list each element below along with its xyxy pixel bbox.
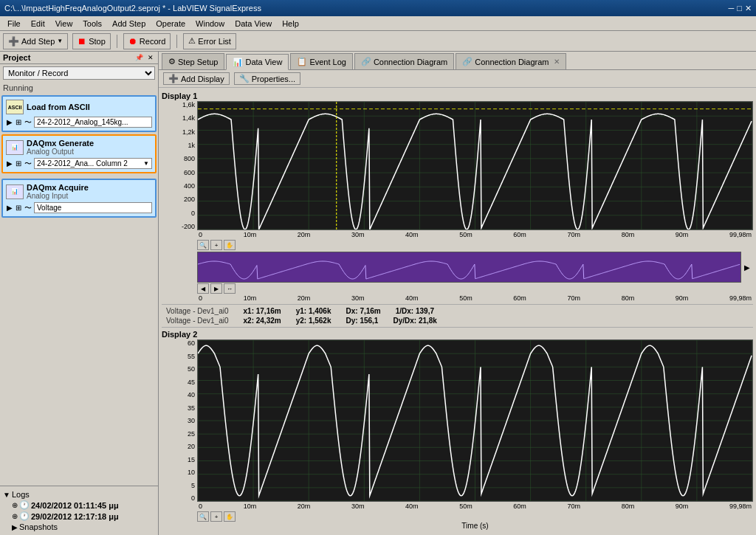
display1-label: Display 1 — [162, 91, 753, 101]
tab-step-setup[interactable]: ⚙ Step Setup — [162, 53, 224, 69]
minimap-scroll-btn[interactable]: ▶ — [741, 252, 753, 283]
step-setup-icon: ⚙ — [168, 57, 176, 66]
display2-label: Display 2 — [162, 329, 753, 339]
daqmx-gen-dropdown-icon[interactable]: ▼ — [143, 160, 149, 167]
add-display-icon: ➕ — [168, 74, 179, 83]
load-ascii-block: ASCII Load from ASCII ▶ ⊞ 〜 24-2-2012_An… — [1, 95, 157, 132]
tab-bar: ⚙ Step Setup 📊 Data View 📋 Event Log 🔗 C… — [159, 52, 756, 70]
add-display-button[interactable]: ➕ Add Display — [163, 72, 230, 85]
menu-operate[interactable]: Operate — [151, 18, 190, 29]
menu-add-step[interactable]: Add Step — [108, 18, 150, 29]
tab-close-btn[interactable]: ✕ — [554, 58, 560, 66]
d2-zoom-in-btn[interactable]: + — [210, 511, 222, 522]
project-pin-btn[interactable]: 📌 — [134, 54, 145, 61]
zoom-fit-btn[interactable]: 🔍 — [197, 240, 209, 250]
maximize-btn[interactable]: □ — [737, 4, 742, 13]
menu-view[interactable]: View — [51, 18, 78, 29]
menu-file[interactable]: File — [3, 18, 25, 29]
tab-connection-diagram-2[interactable]: 🔗 Connection Diagram ✕ — [456, 53, 566, 69]
daqmx-acquire-controls: ▶ ⊞ 〜 Voltage — [6, 202, 152, 213]
minimap-btn1[interactable]: ◀ — [197, 283, 209, 294]
meas-y2: y2: 1,562k — [296, 317, 331, 325]
log-1-icon: 🕐 — [19, 511, 30, 521]
display2-x-label: Time (s) — [197, 522, 753, 530]
error-list-label: Error List — [198, 37, 231, 46]
daqmx-acquire-info: DAQmx Acquire Analog Input — [27, 183, 89, 200]
project-close-btn[interactable]: ✕ — [146, 54, 155, 61]
data-view-label: Data View — [245, 58, 282, 66]
monitor-select[interactable]: Monitor / Record — [3, 66, 155, 80]
daqmx-gen-expand-btn[interactable]: ⊞ — [15, 159, 22, 168]
display1-chart[interactable] — [197, 101, 753, 230]
add-step-dropdown-icon: ▼ — [57, 38, 63, 44]
daqmx-generate-header: 📊 DAQmx Generate Analog Output — [6, 139, 152, 156]
daqmx-gen-wave-btn[interactable]: 〜 — [24, 159, 32, 169]
tab-connection-diagram-1[interactable]: 🔗 Connection Diagram — [354, 53, 454, 69]
load-ascii-wave-btn[interactable]: 〜 — [24, 117, 32, 128]
toolbar-separator2 — [176, 35, 177, 48]
menu-tools[interactable]: Tools — [78, 18, 106, 29]
display2-y-axis: 60 55 50 45 40 35 30 25 20 15 10 — [162, 339, 197, 502]
display1-x-axis: 0 10m 20m 30m 40m 50m 60m 70m 80m 90m 99 — [197, 230, 753, 239]
error-list-button[interactable]: ⚠ Error List — [183, 33, 236, 49]
load-ascii-play-btn[interactable]: ▶ — [6, 118, 13, 126]
project-controls: 📌 ✕ — [134, 54, 155, 61]
d2-zoom-fit-btn[interactable]: 🔍 — [197, 511, 209, 522]
stop-button[interactable]: ⏹ Stop — [72, 33, 111, 49]
title-text: C:\...\ImpactHighFreqAnalogOutput2.sepro… — [4, 4, 261, 13]
daqmx-generate-controls: ▶ ⊞ 〜 24-2-2012_Ana... Column 2 ▼ — [6, 158, 152, 169]
meas-x2: x2: 24,32m — [244, 317, 281, 325]
menu-data-view[interactable]: Data View — [230, 18, 276, 29]
meas-y1: y1: 1,406k — [296, 307, 331, 315]
minimap-scroll-right[interactable]: ↔ — [224, 283, 236, 294]
daqmx-acq-expand-btn[interactable]: ⊞ — [15, 204, 22, 212]
daqmx-acq-wave-btn[interactable]: 〜 — [24, 203, 32, 213]
properties-label: Properties... — [252, 75, 295, 83]
menu-edit[interactable]: Edit — [27, 18, 49, 29]
meas-channel-2: Voltage - Dev1_ai0 — [166, 317, 229, 325]
menu-help[interactable]: Help — [278, 18, 303, 29]
add-step-label: Add Step — [21, 37, 55, 46]
d2-hand-btn[interactable]: ✋ — [224, 511, 236, 522]
meas-dx: Dx: 7,16m — [346, 307, 381, 315]
record-button[interactable]: ⏺ Record — [123, 33, 171, 49]
tab-data-view[interactable]: 📊 Data View — [226, 54, 289, 70]
zoom-in-btn[interactable]: + — [210, 240, 222, 250]
minimap-btn2[interactable]: ▶ — [210, 283, 222, 294]
display2-chart[interactable] — [197, 339, 753, 502]
log-item-1[interactable]: ⊕ 🕐 29/02/2012 12:17:18 μμ — [3, 511, 155, 522]
daqmx-acquire-block: 📊 DAQmx Acquire Analog Input ▶ ⊞ 〜 Volta… — [1, 179, 157, 218]
meas-inv-dx: 1/Dx: 139,7 — [396, 307, 434, 315]
minimize-btn[interactable]: ─ — [729, 4, 735, 13]
right-panel: ⚙ Step Setup 📊 Data View 📋 Event Log 🔗 C… — [159, 52, 756, 535]
monitor-dropdown: Monitor / Record — [3, 66, 155, 80]
event-log-label: Event Log — [309, 58, 346, 66]
load-ascii-title: Load from ASCII — [27, 103, 90, 111]
record-label: Record — [140, 37, 165, 46]
data-view-icon: 📊 — [233, 58, 243, 67]
display2-x-axis: 0 10m 20m 30m 40m 50m 60m 70m 80m 90m 99 — [197, 502, 753, 511]
hand-btn[interactable]: ✋ — [224, 240, 236, 250]
stop-icon: ⏹ — [78, 36, 86, 46]
properties-button[interactable]: 🔧 Properties... — [234, 72, 300, 85]
daqmx-acq-play-btn[interactable]: ▶ — [6, 204, 13, 212]
tab-event-log[interactable]: 📋 Event Log — [290, 53, 353, 69]
daqmx-acquire-title: DAQmx Acquire — [27, 183, 89, 192]
menu-window[interactable]: Window — [191, 18, 229, 29]
daqmx-gen-play-btn[interactable]: ▶ — [6, 159, 13, 168]
meas-x1: x1: 17,16m — [244, 307, 281, 315]
properties-icon: 🔧 — [239, 74, 250, 83]
display-toolbar: ➕ Add Display 🔧 Properties... — [159, 70, 756, 88]
minimap-btns: ◀ ▶ ↔ — [197, 283, 753, 294]
logs-root[interactable]: ▼ Logs — [3, 489, 155, 500]
load-ascii-expand-btn[interactable]: ⊞ — [15, 118, 22, 126]
daqmx-acquire-signal: Voltage — [34, 202, 152, 213]
charts-area: Display 1 1,6k 1,4k 1,2k 1k 800 600 — [159, 88, 756, 535]
add-step-button[interactable]: ➕ Add Step ▼ — [3, 33, 68, 49]
log-item-0[interactable]: ⊕ 🕐 24/02/2012 01:11:45 μμ — [3, 500, 155, 511]
record-icon: ⏺ — [128, 36, 137, 46]
close-btn[interactable]: ✕ — [745, 4, 752, 13]
logs-area: ▼ Logs ⊕ 🕐 24/02/2012 01:11:45 μμ ⊕ 🕐 29… — [0, 486, 158, 535]
log-item-2[interactable]: ▶ Snapshots — [3, 522, 155, 532]
minimap[interactable] — [197, 252, 741, 283]
